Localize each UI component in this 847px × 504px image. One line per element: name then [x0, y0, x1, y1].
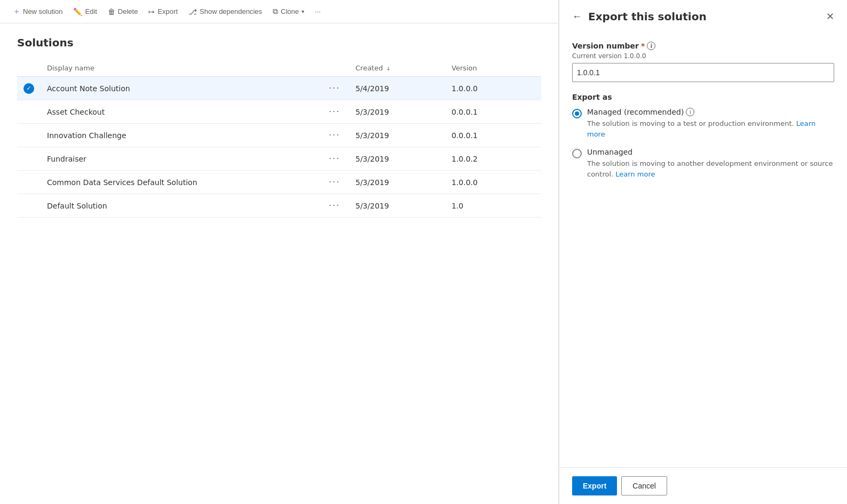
page-title: Solutions — [17, 36, 541, 49]
managed-description: The solution is moving to a test or prod… — [587, 118, 834, 139]
plus-icon: ＋ — [13, 7, 20, 17]
row-more-cell[interactable]: ··· — [322, 124, 349, 147]
version-number-input[interactable] — [572, 63, 834, 82]
row-check-cell[interactable] — [17, 171, 41, 194]
edit-icon: ✏️ — [73, 7, 82, 16]
delete-label: Delete — [118, 7, 138, 15]
check-column-header — [17, 60, 41, 77]
more-dots-icon[interactable]: ··· — [329, 83, 340, 93]
row-check-cell[interactable] — [17, 100, 41, 124]
more-dots-icon[interactable]: ··· — [329, 130, 340, 140]
back-icon: ← — [572, 11, 582, 22]
left-panel: ＋ New solution ✏️ Edit 🗑 Delete ↦ Export… — [0, 0, 559, 504]
panel-body: Version number * i Current version 1.0.0… — [559, 33, 847, 467]
empty-check — [23, 201, 34, 211]
more-dots-icon[interactable]: ··· — [329, 201, 340, 211]
edit-button[interactable]: ✏️ Edit — [69, 4, 101, 19]
unmanaged-radio-button[interactable] — [572, 149, 582, 158]
row-created-cell: 5/3/2019 — [349, 194, 445, 218]
row-more-cell[interactable]: ··· — [322, 194, 349, 218]
version-hint: Current version 1.0.0.0 — [572, 52, 834, 60]
table-row[interactable]: Fundraiser···5/3/20191.0.0.2 — [17, 147, 541, 171]
show-dependencies-label: Show dependencies — [200, 7, 262, 15]
managed-title: Managed (recommended) i — [587, 108, 834, 116]
row-created-cell: 5/3/2019 — [349, 171, 445, 194]
row-check-cell[interactable]: ✓ — [17, 77, 41, 100]
row-name-cell: Common Data Services Default Solution — [41, 171, 322, 194]
panel-title: Export this solution — [588, 10, 820, 23]
delete-icon: 🗑 — [108, 7, 115, 16]
unmanaged-option[interactable]: Unmanaged The solution is moving to anot… — [572, 148, 834, 179]
check-icon: ✓ — [23, 83, 34, 94]
more-options-label: ··· — [315, 7, 321, 15]
managed-content: Managed (recommended) i The solution is … — [587, 108, 834, 139]
row-created-cell: 5/3/2019 — [349, 100, 445, 124]
row-name-cell: Innovation Challenge — [41, 124, 322, 147]
export-label: Export — [157, 7, 178, 15]
unmanaged-learn-more-link[interactable]: Learn more — [615, 170, 655, 178]
required-indicator: * — [641, 42, 645, 50]
more-dots-icon[interactable]: ··· — [329, 154, 340, 164]
version-info-icon[interactable]: i — [647, 42, 655, 50]
cancel-button[interactable]: Cancel — [621, 476, 667, 495]
clone-chevron-icon: ▾ — [302, 9, 304, 14]
new-solution-label: New solution — [23, 7, 62, 15]
row-version-cell: 1.0 — [445, 194, 541, 218]
panel-close-button[interactable]: ✕ — [824, 9, 836, 25]
sort-icon: ↓ — [386, 66, 391, 71]
more-dots-icon[interactable]: ··· — [329, 177, 340, 187]
panel-back-button[interactable]: ← — [570, 9, 584, 25]
export-icon: ↦ — [148, 7, 155, 16]
row-version-cell: 1.0.0.0 — [445, 171, 541, 194]
table-row[interactable]: Default Solution···5/3/20191.0 — [17, 194, 541, 218]
row-version-cell: 0.0.0.1 — [445, 100, 541, 124]
toolbar: ＋ New solution ✏️ Edit 🗑 Delete ↦ Export… — [0, 0, 558, 23]
clone-icon: ⧉ — [273, 7, 278, 16]
row-check-cell[interactable] — [17, 147, 41, 171]
row-more-cell[interactable]: ··· — [322, 171, 349, 194]
unmanaged-title: Unmanaged — [587, 148, 834, 156]
display-name-column-header[interactable]: Display name — [41, 60, 322, 77]
delete-button[interactable]: 🗑 Delete — [104, 4, 143, 19]
row-created-cell: 5/3/2019 — [349, 124, 445, 147]
close-icon: ✕ — [826, 11, 834, 22]
solutions-table: Display name Created ↓ Version ✓Account … — [17, 60, 541, 218]
created-column-header[interactable]: Created ↓ — [349, 60, 445, 77]
page-content: Solutions Display name Created ↓ Version — [0, 23, 558, 504]
right-panel: ← Export this solution ✕ Version number … — [559, 0, 847, 504]
unmanaged-description: The solution is moving to another develo… — [587, 158, 834, 179]
table-row[interactable]: Asset Checkout···5/3/20190.0.0.1 — [17, 100, 541, 124]
row-more-cell[interactable]: ··· — [322, 77, 349, 100]
clone-button[interactable]: ⧉ Clone ▾ — [268, 4, 308, 19]
more-dots-icon[interactable]: ··· — [329, 107, 340, 117]
table-row[interactable]: Common Data Services Default Solution···… — [17, 171, 541, 194]
row-more-cell[interactable]: ··· — [322, 100, 349, 124]
version-column-header[interactable]: Version — [445, 60, 541, 77]
row-more-cell[interactable]: ··· — [322, 147, 349, 171]
table-body: ✓Account Note Solution···5/4/20191.0.0.0… — [17, 77, 541, 218]
row-name-cell: Asset Checkout — [41, 100, 322, 124]
more-column-header — [322, 60, 349, 77]
unmanaged-content: Unmanaged The solution is moving to anot… — [587, 148, 834, 179]
new-solution-button[interactable]: ＋ New solution — [9, 4, 67, 20]
export-submit-button[interactable]: Export — [572, 476, 617, 495]
table-row[interactable]: Innovation Challenge···5/3/20190.0.0.1 — [17, 124, 541, 147]
managed-option[interactable]: Managed (recommended) i The solution is … — [572, 108, 834, 139]
row-check-cell[interactable] — [17, 194, 41, 218]
table-row[interactable]: ✓Account Note Solution···5/4/20191.0.0.0 — [17, 77, 541, 100]
panel-footer: Export Cancel — [559, 467, 847, 504]
more-options-button[interactable]: ··· — [311, 4, 325, 19]
row-created-cell: 5/4/2019 — [349, 77, 445, 100]
row-name-cell: Account Note Solution — [41, 77, 322, 100]
row-version-cell: 0.0.0.1 — [445, 124, 541, 147]
empty-check — [23, 130, 34, 141]
export-button[interactable]: ↦ Export — [144, 4, 182, 19]
version-number-label: Version number * i — [572, 42, 834, 50]
show-dependencies-button[interactable]: ⎇ Show dependencies — [184, 4, 266, 19]
managed-radio-button[interactable] — [572, 109, 582, 118]
table-header-row: Display name Created ↓ Version — [17, 60, 541, 77]
empty-check — [23, 107, 34, 117]
managed-info-icon[interactable]: i — [686, 108, 694, 116]
row-check-cell[interactable] — [17, 124, 41, 147]
row-created-cell: 5/3/2019 — [349, 147, 445, 171]
